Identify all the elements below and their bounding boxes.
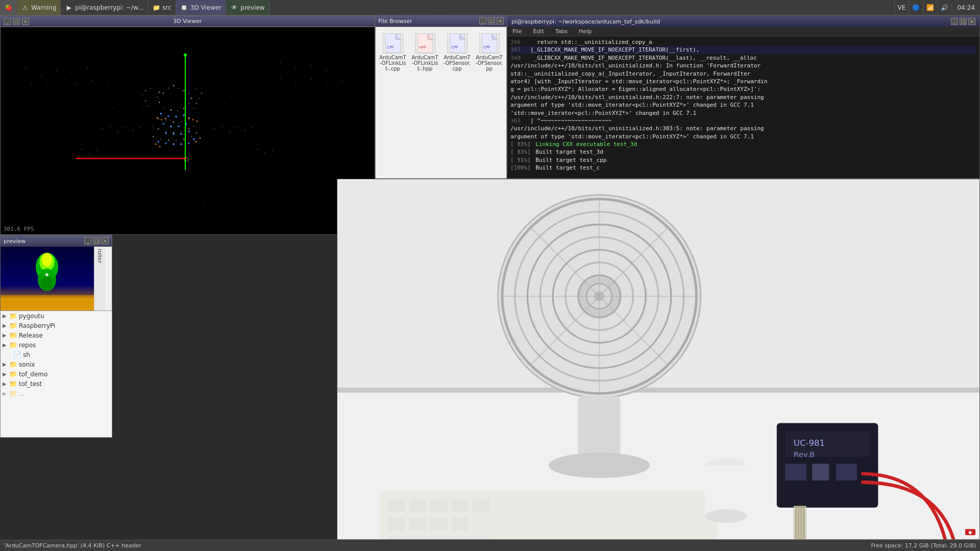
svg-point-87 <box>102 201 103 202</box>
preview-close[interactable]: × <box>102 237 109 245</box>
viewer-canvas[interactable]: 301.6 FPS <box>1 27 375 234</box>
term-line: std::__uninitialized_copy_a(_InputIterat… <box>510 70 976 78</box>
file-browser-close[interactable]: × <box>497 17 504 25</box>
tree-item-release[interactable]: ▶ 📁 Release <box>1 330 112 340</box>
taskbar-3dviewer[interactable]: 🔲 3D Viewer <box>176 0 226 15</box>
svg-point-75 <box>56 70 57 71</box>
tree-label-pygoutu: pygoutu <box>19 313 44 320</box>
svg-point-61 <box>188 142 190 144</box>
taskbar-terminal[interactable]: ▶ pi@raspberrypi: ~/w... <box>61 0 148 15</box>
tree-item-raspberrypi[interactable]: ▶ 📁 RaspberryPi <box>1 321 112 330</box>
file-browser-minimize[interactable]: _ <box>479 17 486 25</box>
svg-point-62 <box>193 138 195 140</box>
terminal-menu-tabs[interactable]: Tabs <box>550 27 573 36</box>
file-browser-maximize[interactable]: □ <box>488 17 495 25</box>
term-line: ator4) [with _InputIterator = std::move_… <box>510 78 976 85</box>
svg-point-92 <box>229 205 230 206</box>
svg-point-82 <box>77 84 78 85</box>
wifi-icon: 📶 <box>923 0 937 15</box>
taskbar-src-label: src <box>162 4 172 11</box>
preview-controls[interactable]: _ □ × <box>84 237 109 245</box>
file-icon-item-hpp1[interactable]: HPP ArduCamT-OFLinkList-.hpp <box>411 33 439 71</box>
tree-label-tof-demo: tof_demo <box>19 371 47 378</box>
svg-point-77 <box>87 67 88 68</box>
svg-point-33 <box>181 131 182 132</box>
terminal-maximize[interactable]: □ <box>960 18 967 25</box>
tree-item-tof-demo[interactable]: ▶ 📁 tof_demo <box>1 369 112 379</box>
preview-maximize[interactable]: □ <box>93 237 100 245</box>
svg-point-43 <box>191 136 192 137</box>
viewer-close-button[interactable]: × <box>22 18 29 25</box>
svg-point-16 <box>150 88 151 89</box>
tree-item-partial[interactable]: ▶ 📁 ... <box>1 389 112 398</box>
tree-arrow-tof-demo: ▶ <box>3 371 8 377</box>
svg-point-107 <box>127 106 128 107</box>
tree-arrow-partial: ▶ <box>3 391 8 396</box>
taskbar-3dviewer-label: 3D Viewer <box>190 4 222 11</box>
term-line: [100%] Built target test_c <box>510 164 976 172</box>
statusbar: 'ArduCamTOFCamera.hpp' (4.4 KiB) C++ hea… <box>0 540 980 551</box>
taskbar-src[interactable]: 📁 src <box>148 0 176 15</box>
taskbar-preview[interactable]: 👁 preview <box>226 0 269 15</box>
file-icon-label-hpp1: ArduCamT-OFLinkList-.hpp <box>411 55 439 71</box>
file-browser-controls[interactable]: _ □ × <box>479 17 504 25</box>
preview-minimize[interactable]: _ <box>84 237 91 245</box>
svg-point-71 <box>195 141 197 142</box>
file-icon-item-cpp2[interactable]: CPP ArduCamT-OFSensor.cpp <box>443 33 471 71</box>
terminal-controls[interactable]: _ □ × <box>951 18 975 25</box>
file-icon-item[interactable]: CPP ArduCamT-OFLinkList-.cpp <box>379 33 407 71</box>
viewer-minimize-button[interactable]: _ <box>4 18 11 25</box>
tree-item-tof-test[interactable]: ▶ 📁 tof_test <box>1 379 112 389</box>
term-line: /usr/include/c++/10/bits/stl_uninitializ… <box>510 125 976 132</box>
folder-icon-pygoutu: 📁 <box>9 312 17 320</box>
svg-point-116 <box>132 130 133 131</box>
svg-point-109 <box>224 103 225 104</box>
tree-label-release: Release <box>19 332 43 339</box>
file-icon-item-pp[interactable]: CPP ArduCamT-OFSensor.pp <box>475 33 503 71</box>
svg-point-46 <box>167 115 169 117</box>
taskbar-warning-label: Warning <box>31 4 56 11</box>
svg-point-31 <box>193 126 194 127</box>
viewer-maximize-button[interactable]: □ <box>13 18 20 25</box>
terminal-menu-edit[interactable]: Edit <box>528 27 549 36</box>
svg-rect-175 <box>785 464 806 481</box>
svg-point-19 <box>145 100 146 102</box>
svg-point-69 <box>155 143 157 145</box>
svg-point-125 <box>89 153 90 154</box>
file-icons-container: CPP ArduCamT-OFLinkList-.cpp HPP ArduCam… <box>376 27 506 78</box>
tree-item-sh[interactable]: 📄 sh <box>5 350 112 360</box>
camera-preview: UC-981 Rev.B <box>337 179 980 540</box>
tree-label-raspberrypi: RaspberryPi <box>19 322 55 329</box>
terminal-close[interactable]: × <box>968 18 975 25</box>
ve-icon: VE <box>894 0 909 15</box>
terminal-menu-help[interactable]: Help <box>574 27 597 36</box>
tree-item-pygoutu[interactable]: ▶ 📁 pygoutu <box>1 311 112 321</box>
tree-item-sonix[interactable]: ▶ 📁 sonix <box>1 360 112 369</box>
svg-point-68 <box>196 121 198 122</box>
fps-counter: 301.6 FPS <box>4 226 34 232</box>
preview-titlebar: preview _ □ × <box>1 235 112 247</box>
tree-label-repos: repos <box>19 342 36 349</box>
tree-arrow-release: ▶ <box>3 332 8 338</box>
term-line: 347 {_GLIBCXX_MAKE_MOVE_IF_NOEXCEPT_ITER… <box>510 46 976 54</box>
svg-point-197 <box>705 509 747 522</box>
terminal-body[interactable]: 346 return std::__uninitialized_copy_a 3… <box>507 36 979 176</box>
svg-point-126 <box>96 150 97 151</box>
svg-point-73 <box>26 67 27 68</box>
svg-rect-196 <box>705 465 747 516</box>
svg-point-96 <box>280 62 281 63</box>
taskbar-warning[interactable]: ⚠ Warning <box>17 0 61 15</box>
svg-rect-183 <box>380 491 718 539</box>
terminal-menu-file[interactable]: File <box>507 27 527 36</box>
tree-item-repos[interactable]: ▶ 📁 repos <box>1 340 112 350</box>
svg-point-84 <box>107 83 108 84</box>
svg-point-11 <box>170 109 172 111</box>
svg-point-3 <box>173 85 175 86</box>
svg-point-58 <box>165 142 167 144</box>
svg-point-112 <box>102 128 103 129</box>
svg-point-103 <box>310 79 311 80</box>
viewer-window-controls[interactable]: _ □ × <box>4 18 29 25</box>
tree-arrow-tof-test: ▶ <box>3 381 8 387</box>
terminal-minimize[interactable]: _ <box>951 18 958 25</box>
taskbar-start[interactable]: 🍓 <box>0 0 17 15</box>
